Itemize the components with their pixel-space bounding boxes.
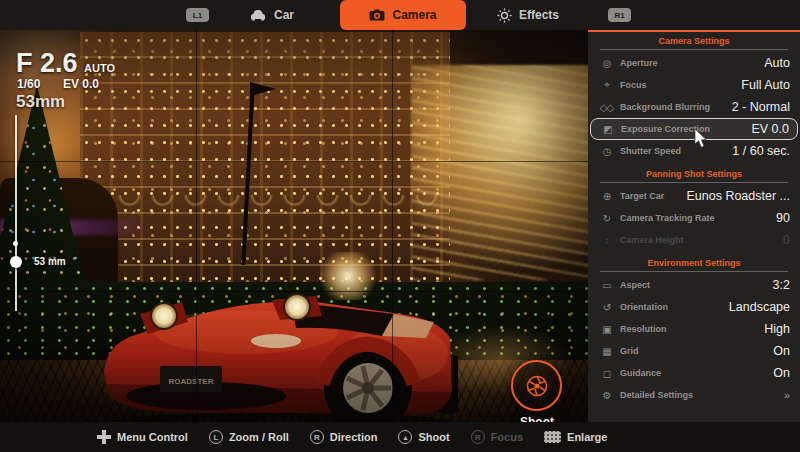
setting-label: Aperture bbox=[620, 58, 764, 68]
focus-icon: ⌖ bbox=[599, 79, 614, 91]
setting-label: Detailed Settings bbox=[620, 390, 784, 400]
setting-row-resolution[interactable]: ▣ Resolution High bbox=[590, 318, 798, 340]
section-title: Camera Settings bbox=[588, 34, 800, 48]
hint-shoot: ▲ Shoot bbox=[398, 430, 449, 444]
hint-label: Shoot bbox=[418, 431, 449, 443]
hint-label: Focus bbox=[491, 431, 523, 443]
setting-row-aspect[interactable]: ▭ Aspect 3:2 bbox=[590, 274, 798, 296]
setting-value: 1 / 60 sec. bbox=[732, 144, 790, 158]
target-car-icon: ⊕ bbox=[599, 191, 614, 202]
sun-icon bbox=[497, 8, 512, 23]
hint-menu-control: Menu Control bbox=[97, 430, 188, 444]
touchpad-icon bbox=[544, 431, 561, 443]
chevron-right-icon: » bbox=[784, 389, 790, 401]
setting-value: On bbox=[773, 366, 790, 380]
camera-viewport[interactable]: ROADSTER F 2.6 AUTO 1/60 EV 0.0 53mm 53 … bbox=[0, 30, 588, 422]
r3-button-icon: R bbox=[471, 430, 485, 444]
mouse-cursor bbox=[694, 129, 708, 149]
hint-label: Enlarge bbox=[567, 431, 607, 443]
tab-effects-label: Effects bbox=[519, 8, 559, 22]
hint-label: Direction bbox=[330, 431, 378, 443]
setting-value: 2 - Normal bbox=[732, 100, 790, 114]
setting-label: Camera Height bbox=[620, 235, 783, 245]
setting-label: Target Car bbox=[620, 191, 686, 201]
shoot-button[interactable] bbox=[511, 360, 562, 411]
setting-label: Resolution bbox=[620, 324, 764, 334]
hint-enlarge: Enlarge bbox=[544, 431, 607, 443]
exposure-correction-icon: ◩ bbox=[600, 124, 615, 135]
setting-label: Background Blurring bbox=[620, 102, 732, 112]
section-rule bbox=[600, 49, 788, 50]
tab-car[interactable]: Car bbox=[249, 0, 294, 30]
setting-row-background-blurring[interactable]: ◇◇ Background Blurring 2 - Normal bbox=[590, 96, 798, 118]
setting-value: Eunos Roadster ... bbox=[686, 189, 790, 203]
setting-label: Orientation bbox=[620, 302, 729, 312]
hint-focus: R Focus bbox=[471, 430, 523, 444]
setting-row-camera-tracking-rate[interactable]: ↻ Camera Tracking Rate 90 bbox=[590, 207, 798, 229]
grid-icon: ▦ bbox=[599, 346, 614, 357]
right-stick-icon: R bbox=[310, 430, 324, 444]
setting-value: Landscape bbox=[729, 300, 790, 314]
hint-zoom-roll: L Zoom / Roll bbox=[209, 430, 289, 444]
setting-value: EV 0.0 bbox=[751, 122, 789, 136]
tab-car-label: Car bbox=[274, 8, 294, 22]
resolution-icon: ▣ bbox=[599, 324, 614, 335]
shoot-button-label: Shoot bbox=[505, 415, 569, 422]
aperture-icon: ◎ bbox=[599, 58, 614, 69]
zoom-slider-thumb[interactable] bbox=[10, 256, 22, 268]
setting-value: Auto bbox=[764, 56, 790, 70]
setting-row-orientation[interactable]: ↺ Orientation Landscape bbox=[590, 296, 798, 318]
aperture-readout: F 2.6 bbox=[16, 48, 78, 79]
ev-readout: EV 0.0 bbox=[63, 77, 99, 91]
hint-direction: R Direction bbox=[310, 430, 378, 444]
setting-value: High bbox=[764, 322, 790, 336]
hint-label: Zoom / Roll bbox=[229, 431, 289, 443]
setting-label: Grid bbox=[620, 346, 773, 356]
orientation-icon: ↺ bbox=[599, 302, 614, 313]
settings-panel: Camera Settings ◎ Aperture Auto ⌖ Focus … bbox=[588, 30, 800, 422]
aspect-icon: ▭ bbox=[599, 280, 614, 291]
setting-label: Guidance bbox=[620, 368, 773, 378]
tab-camera[interactable]: Camera bbox=[340, 0, 466, 30]
setting-row-focus[interactable]: ⌖ Focus Full Auto bbox=[590, 74, 798, 96]
section-title: Panning Shot Settings bbox=[588, 167, 800, 181]
focal-length-readout: 53mm bbox=[16, 92, 65, 112]
setting-row-aperture[interactable]: ◎ Aperture Auto bbox=[590, 52, 798, 74]
section-environment-settings: Environment Settings ▭ Aspect 3:2 ↺ Orie… bbox=[588, 256, 800, 406]
setting-label: Focus bbox=[620, 80, 741, 90]
setting-label: Shutter Speed bbox=[620, 146, 732, 156]
section-title: Environment Settings bbox=[588, 256, 800, 270]
speech-bubble-icon: ◻ bbox=[599, 368, 614, 379]
setting-row-grid[interactable]: ▦ Grid On bbox=[590, 340, 798, 362]
zoom-slider-label: 53 mm bbox=[34, 256, 66, 267]
dpad-icon bbox=[97, 430, 111, 444]
zoom-slider-tick bbox=[13, 241, 18, 246]
gt-photo-mode-screen: L1 Car Camera bbox=[0, 0, 800, 452]
background-blurring-icon: ◇◇ bbox=[599, 102, 614, 113]
section-panning-shot-settings: Panning Shot Settings ⊕ Target Car Eunos… bbox=[588, 167, 800, 251]
setting-label: Exposure Correction bbox=[621, 124, 751, 134]
setting-value: 90 bbox=[776, 211, 790, 225]
section-rule bbox=[600, 271, 788, 272]
hint-label: Menu Control bbox=[117, 431, 188, 443]
r1-shoulder-hint: R1 bbox=[608, 8, 631, 22]
controller-hint-bar: Menu Control L Zoom / Roll R Direction ▲… bbox=[0, 422, 800, 452]
setting-value: 0 bbox=[783, 233, 790, 247]
left-stick-icon: L bbox=[209, 430, 223, 444]
car-icon bbox=[249, 9, 267, 21]
gear-icon: ⚙ bbox=[599, 390, 614, 401]
setting-row-guidance[interactable]: ◻ Guidance On bbox=[590, 362, 798, 384]
shutter-readout: 1/60 bbox=[17, 77, 40, 91]
setting-row-camera-height: ↕ Camera Height 0 bbox=[590, 229, 798, 251]
setting-label: Camera Tracking Rate bbox=[620, 213, 776, 223]
setting-value: 3:2 bbox=[773, 278, 790, 292]
setting-row-detailed-settings[interactable]: ⚙ Detailed Settings » bbox=[590, 384, 798, 406]
setting-label: Aspect bbox=[620, 280, 773, 290]
zoom-slider-track[interactable] bbox=[15, 115, 17, 311]
setting-row-target-car[interactable]: ⊕ Target Car Eunos Roadster ... bbox=[590, 185, 798, 207]
aperture-mode-readout: AUTO bbox=[84, 62, 115, 74]
camera-height-icon: ↕ bbox=[599, 235, 614, 246]
setting-value: On bbox=[773, 344, 790, 358]
camera-icon bbox=[369, 9, 385, 21]
tab-effects[interactable]: Effects bbox=[497, 0, 559, 30]
